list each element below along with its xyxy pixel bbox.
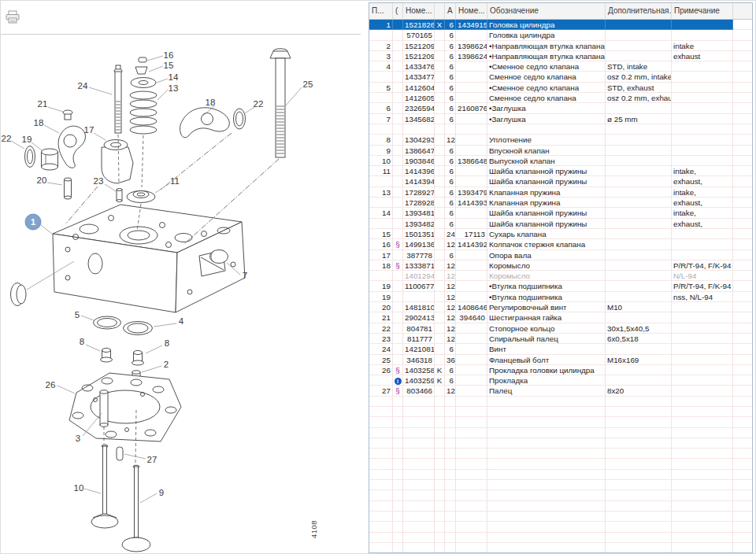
- table-row[interactable]: [369, 397, 752, 407]
- table-row[interactable]: 10190384661386648Выпускной клапан: [369, 156, 752, 166]
- table-row[interactable]: 514126046•Сменное седло клапанаSTD, exha…: [369, 83, 752, 93]
- cell-qty: 6: [445, 198, 456, 208]
- cell-desig: Шайба клапанной пружины: [487, 208, 606, 218]
- cell-desig: •Заглушка: [487, 103, 606, 113]
- cell-pos: 18: [369, 260, 393, 271]
- column-header-pos[interactable]: П...: [369, 3, 393, 19]
- cell-part: 803466: [403, 386, 435, 396]
- column-header-flag[interactable]: (: [393, 3, 403, 19]
- cell-pos: 25: [369, 355, 393, 365]
- cell-ref: 1398624: [456, 51, 487, 61]
- table-row[interactable]: 172892861414393Клапанная пружинаexhaust,: [369, 198, 752, 208]
- table-row[interactable]: 21290241312394640Шестигранная гайка: [369, 312, 752, 323]
- column-header-desig[interactable]: Обозначение: [487, 3, 606, 19]
- table-row[interactable]: [369, 533, 752, 543]
- table-row[interactable]: [369, 470, 752, 480]
- table-row[interactable]: 1515013512417113Сухарь клапана: [369, 229, 752, 239]
- cell-pos: 15: [369, 229, 393, 239]
- table-header-row: П...(Номе...АНоме...ОбозначениеДополните…: [369, 3, 752, 20]
- column-header-part[interactable]: Номе...: [403, 3, 435, 19]
- cell-qty: 36: [445, 355, 456, 365]
- cell-extra: [606, 30, 672, 40]
- cell-extra: 8x20: [606, 386, 672, 396]
- column-header-extra[interactable]: Дополнительная...: [606, 3, 672, 19]
- cell-note: [672, 312, 733, 323]
- table-row[interactable]: 19110067712•Втулка подшипникаP/R/T-94, F…: [369, 281, 752, 291]
- parts-table-panel: П...(Номе...АНоме...ОбозначениеДополните…: [369, 2, 753, 553]
- part-rocker-arm-left: [58, 126, 85, 168]
- cell-qty: [445, 449, 456, 459]
- table-row[interactable]: 6232659462160876•Заглушка: [369, 103, 752, 113]
- table-row[interactable]: [369, 480, 752, 490]
- table-row[interactable]: 1912•Втулка подшипникаnss, N/L-94: [369, 292, 752, 302]
- cell-qty: [445, 522, 456, 532]
- table-row[interactable]: 2152120961398624•Направляющая втулка кла…: [369, 41, 752, 51]
- table-row[interactable]: i1403259K6Прокладка: [369, 375, 752, 386]
- table-row[interactable]: [369, 512, 752, 522]
- column-header-qty[interactable]: А: [445, 3, 456, 19]
- table-row[interactable]: 3152120961398624•Направляющая втулка кла…: [369, 51, 752, 61]
- table-row[interactable]: 2534631836Фланцевый болтM16x169: [369, 355, 752, 365]
- table-row[interactable]: 2381177712Спиральный палец6x0,5x18: [369, 334, 752, 344]
- cell-desig: [487, 490, 606, 500]
- cell-part: 1521826: [403, 20, 435, 30]
- cell-flag: i: [393, 375, 403, 386]
- cell-note: [672, 30, 733, 40]
- table-row[interactable]: 1114143966Шайба клапанной пружиныintake,: [369, 166, 752, 176]
- column-header-ref[interactable]: Номе...: [456, 3, 487, 19]
- table-row[interactable]: [369, 543, 752, 553]
- table-row[interactable]: 18§133387112КоромыслоP/R/T-94, F/K-94: [369, 260, 752, 271]
- cell-part: 1728928: [403, 198, 435, 208]
- cell-xk: [435, 449, 445, 459]
- column-header-xk[interactable]: [435, 3, 445, 19]
- table-row[interactable]: [369, 417, 752, 427]
- table-row[interactable]: 5701656Головка цилиндра: [369, 30, 752, 40]
- table-row[interactable]: [369, 501, 752, 512]
- table-row[interactable]: 26§1403258K6Прокладка головки цилиндра: [369, 365, 752, 375]
- cell-flag: [393, 229, 403, 239]
- table-row[interactable]: 27§80346612Палец8x20: [369, 386, 752, 396]
- cell-ref: [456, 30, 487, 40]
- cell-extra: [606, 533, 672, 543]
- cell-flag: [393, 208, 403, 218]
- table-row[interactable]: 16§1499136121414392Колпачок стержня клап…: [369, 239, 752, 249]
- table-row[interactable]: [369, 522, 752, 532]
- table-row[interactable]: [369, 124, 752, 135]
- table-row[interactable]: [369, 407, 752, 417]
- cell-xk: [435, 323, 445, 334]
- cell-xk: [435, 490, 445, 500]
- table-row[interactable]: [369, 459, 752, 469]
- table-row[interactable]: 2414210816Винт: [369, 344, 752, 354]
- table-row[interactable]: 1413934816Шайба клапанной пружиныintake,: [369, 208, 752, 218]
- table-row[interactable]: 14334776Сменное седло клапанаosz 0.2 mm,…: [369, 72, 752, 82]
- column-header-note[interactable]: Примечание: [672, 3, 733, 19]
- cell-extra: [606, 20, 672, 30]
- table-row[interactable]: 14143946Шайба клапанной пружиныexhaust,: [369, 176, 752, 187]
- table-row[interactable]: 173877786Опора вала: [369, 250, 752, 260]
- table-row[interactable]: 713456826•Заглушкаø 25 mm: [369, 114, 752, 124]
- cell-spacer: [733, 302, 752, 312]
- table-row[interactable]: 11521826X61434915Головка цилиндра: [369, 20, 752, 30]
- table-row[interactable]: 913866476Впускной клапан: [369, 146, 752, 156]
- cell-desig: Винт: [487, 344, 606, 354]
- table-row[interactable]: 2280478112Стопорное кольцо30x1,5x40,5: [369, 323, 752, 334]
- cell-desig: Шестигранная гайка: [487, 312, 606, 323]
- table-row[interactable]: 13934826Шайба клапанной пружиныexhaust,: [369, 219, 752, 229]
- table-row[interactable]: 14126056Сменное седло клапанаosz 0.2 mm,…: [369, 93, 752, 103]
- cell-desig: •Сменное седло клапана: [487, 83, 606, 93]
- table-row[interactable]: [369, 428, 752, 438]
- table-row[interactable]: [369, 449, 752, 459]
- table-row[interactable]: [369, 490, 752, 500]
- cell-note: [672, 428, 733, 438]
- cell-flag: [393, 219, 403, 229]
- table-row[interactable]: 140129412КоромыслоN/L-94: [369, 271, 752, 281]
- cell-spacer: [733, 30, 752, 40]
- table-row[interactable]: 414334766•Сменное седло клапанаSTD, inta…: [369, 61, 752, 72]
- cell-spacer: [733, 250, 752, 260]
- table-row[interactable]: [369, 438, 752, 449]
- cell-part: [403, 543, 435, 553]
- table-row[interactable]: 13172892761393479Клапанная пружинаintake…: [369, 187, 752, 198]
- table-row[interactable]: 201481810121408646Регулировочный винтM10: [369, 302, 752, 312]
- cell-flag: [393, 355, 403, 365]
- table-row[interactable]: 8130429312Уплотнение: [369, 135, 752, 145]
